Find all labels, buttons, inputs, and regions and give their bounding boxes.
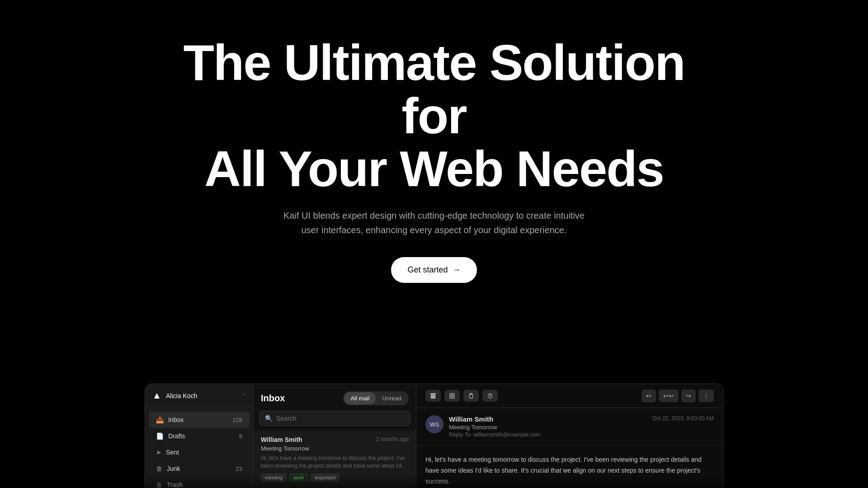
search-icon: 🔍 xyxy=(265,415,273,422)
reply-button[interactable]: ↩ xyxy=(642,389,656,402)
sidebar-drafts-label: Drafts xyxy=(168,432,185,440)
tag-important: important xyxy=(311,474,340,482)
svg-rect-4 xyxy=(450,394,452,395)
sidebar-sent-left: ➤ Sent xyxy=(156,449,179,456)
hero-subtitle: Kaif UI blends expert design with cuttin… xyxy=(280,208,588,237)
drafts-icon: 📄 xyxy=(156,432,164,440)
sidebar-trash-label: Trash xyxy=(167,481,183,488)
mail-list-title: Inbox xyxy=(261,393,285,404)
hero-section: The Ultimate Solution for All Your Web N… xyxy=(0,0,868,310)
sidebar-item-junk[interactable]: 🗑 Junk 23 xyxy=(149,460,250,477)
delete-button[interactable] xyxy=(463,390,479,402)
account-icon xyxy=(152,391,161,400)
mail-sender: William Smith xyxy=(261,436,302,443)
svg-rect-5 xyxy=(453,394,454,395)
mail-body: Hi, let's have a meeting tomorrow to dis… xyxy=(416,446,723,488)
svg-rect-6 xyxy=(450,396,452,398)
tag-work: work xyxy=(289,474,308,482)
tab-unread[interactable]: Unread xyxy=(376,392,408,404)
mail-app-preview: Alicia Koch ⌃ 📥 Inbox 128 📄 Drafts xyxy=(145,384,723,488)
trash-icon: 🗑 xyxy=(156,481,162,488)
hero-title-line2: All Your Web Needs xyxy=(204,141,664,197)
tab-all-mail[interactable]: All mail xyxy=(344,392,376,404)
mail-date: Oct 22, 2023, 9:00:00 AM xyxy=(652,415,714,422)
mail-from-subject: Meeting Tomorrow xyxy=(449,424,647,431)
svg-rect-8 xyxy=(470,394,473,399)
sidebar-junk-left: 🗑 Junk xyxy=(156,465,180,472)
account-name: Alicia Koch xyxy=(166,392,197,399)
forward-button[interactable]: ↪ xyxy=(681,389,696,402)
mail-sidebar: Alicia Koch ⌃ 📥 Inbox 128 📄 Drafts xyxy=(145,384,254,488)
mail-item-header: William Smith 2 months ago xyxy=(261,436,409,443)
chevron-icon: ⌃ xyxy=(241,393,246,399)
mail-detail-toolbar: ↩ ↩↩ ↪ ⋮ xyxy=(416,384,723,408)
toolbar-left-actions xyxy=(425,390,498,402)
svg-line-10 xyxy=(489,394,490,394)
svg-rect-1 xyxy=(430,393,436,395)
sidebar-item-inbox[interactable]: 📥 Inbox 128 xyxy=(149,412,250,428)
mail-subject: Meeting Tomorrow xyxy=(261,445,409,452)
tag-meeting: meeting xyxy=(261,474,287,482)
reply-all-button[interactable]: ↩↩ xyxy=(659,389,679,402)
sidebar-nav: 📥 Inbox 128 📄 Drafts 9 ➤ Sent xyxy=(145,408,253,488)
mail-detail-panel: ↩ ↩↩ ↪ ⋮ WS William Smith Meeting Tomorr… xyxy=(416,384,723,488)
mail-preview-text: Hi, let's have a meeting tomorrow to dis… xyxy=(261,455,409,470)
move-button[interactable] xyxy=(444,390,460,402)
junk-icon: 🗑 xyxy=(156,465,162,472)
sidebar-item-drafts[interactable]: 📄 Drafts 9 xyxy=(149,428,250,444)
svg-marker-0 xyxy=(154,393,160,399)
more-options-button[interactable]: ⋮ xyxy=(698,389,714,402)
mail-search-bar[interactable]: 🔍 xyxy=(259,411,410,426)
mail-from-name: William Smith xyxy=(449,415,647,423)
sidebar-inbox-left: 📥 Inbox xyxy=(156,416,184,423)
sidebar-inbox-count: 128 xyxy=(232,417,242,423)
snooze-button[interactable] xyxy=(482,390,498,402)
sidebar-item-trash[interactable]: 🗑 Trash xyxy=(149,477,250,488)
sidebar-drafts-count: 9 xyxy=(239,433,242,440)
sidebar-junk-count: 23 xyxy=(236,465,242,472)
toolbar-right-actions: ↩ ↩↩ ↪ ⋮ xyxy=(642,389,714,402)
mail-list-header: Inbox All mail Unread xyxy=(254,384,416,411)
inbox-icon: 📥 xyxy=(156,416,164,423)
arrow-icon: → xyxy=(453,265,461,275)
sidebar-trash-left: 🗑 Trash xyxy=(156,481,183,488)
svg-rect-7 xyxy=(453,396,454,398)
hero-title-line1: The Ultimate Solution for xyxy=(183,34,684,144)
mail-app-container: Alicia Koch ⌃ 📥 Inbox 128 📄 Drafts xyxy=(145,384,723,488)
mail-list-panel: Inbox All mail Unread 🔍 William Smith 2 … xyxy=(254,384,416,488)
mail-reply-to: Reply-To: williamsmith@example.com xyxy=(449,432,647,438)
mail-body-line1: Hi, let's have a meeting tomorrow to dis… xyxy=(425,455,714,487)
mail-tags: meeting work important xyxy=(261,474,409,482)
mail-filter-tabs: All mail Unread xyxy=(343,391,409,405)
sidebar-drafts-left: 📄 Drafts xyxy=(156,432,185,440)
mail-meta: William Smith Meeting Tomorrow Reply-To:… xyxy=(449,415,647,438)
mail-from-row: WS William Smith Meeting Tomorrow Reply-… xyxy=(425,415,714,438)
search-input[interactable] xyxy=(276,415,405,422)
get-started-button[interactable]: Get started → xyxy=(391,257,476,283)
hero-title: The Ultimate Solution for All Your Web N… xyxy=(163,36,705,196)
sender-avatar: WS xyxy=(425,415,443,433)
get-started-label: Get started xyxy=(407,265,448,275)
svg-rect-2 xyxy=(431,395,436,399)
mail-time: 2 months ago xyxy=(376,436,409,443)
sent-icon: ➤ xyxy=(156,449,161,456)
sidebar-item-sent[interactable]: ➤ Sent xyxy=(149,444,250,460)
account-info: Alicia Koch xyxy=(152,391,197,400)
mail-detail-header: WS William Smith Meeting Tomorrow Reply-… xyxy=(416,408,723,446)
sidebar-inbox-label: Inbox xyxy=(168,416,184,423)
sidebar-account[interactable]: Alicia Koch ⌃ xyxy=(145,384,253,408)
archive-button[interactable] xyxy=(425,390,441,402)
sidebar-junk-label: Junk xyxy=(167,465,180,472)
mail-list-item[interactable]: William Smith 2 months ago Meeting Tomor… xyxy=(254,431,416,488)
svg-line-11 xyxy=(491,394,491,394)
sidebar-sent-label: Sent xyxy=(166,449,179,456)
